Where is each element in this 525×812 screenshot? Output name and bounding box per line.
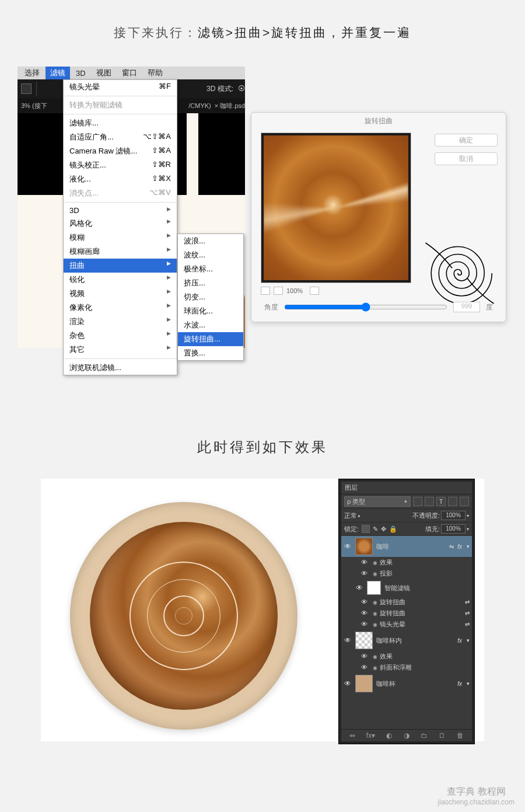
- sub-polar[interactable]: 极坐标...: [178, 262, 243, 276]
- layers-tab[interactable]: 图层: [341, 482, 472, 494]
- fx-badge[interactable]: fx: [457, 681, 462, 687]
- tool-swatch[interactable]: [21, 83, 32, 94]
- zoom-in-icon[interactable]: [274, 287, 283, 295]
- filter-smart-icon[interactable]: [460, 497, 469, 506]
- menu-distort[interactable]: 扭曲: [64, 259, 177, 273]
- doc-tab-2[interactable]: × 咖啡.psd: [215, 102, 245, 110]
- visibility-icon[interactable]: 👁: [344, 636, 352, 644]
- menu-window[interactable]: 窗口: [117, 67, 142, 79]
- menu-filter[interactable]: 滤镜: [46, 67, 70, 79]
- lock-all-icon[interactable]: 🔒: [389, 525, 397, 533]
- filter-options-icon[interactable]: ⇄: [465, 621, 470, 628]
- sub-shear[interactable]: 切变...: [178, 290, 243, 304]
- visibility-icon[interactable]: 👁: [361, 598, 369, 607]
- layer-smart-filters[interactable]: 👁 智能滤镜: [341, 579, 472, 597]
- filter-shape-icon[interactable]: [448, 497, 457, 506]
- menu-blur[interactable]: 模糊: [64, 231, 177, 245]
- lock-brush-icon[interactable]: ✎: [373, 525, 378, 533]
- opacity-value[interactable]: 100%: [441, 511, 466, 520]
- menu-filter-gallery[interactable]: 滤镜库...: [64, 116, 177, 130]
- visibility-icon[interactable]: 👁: [361, 621, 369, 629]
- menu-browse-online[interactable]: 浏览联机滤镜...: [64, 361, 177, 375]
- link-layers-icon[interactable]: ⇔: [349, 731, 355, 740]
- filter-options-icon[interactable]: ⇄: [465, 599, 470, 605]
- doc-tab-cmyk[interactable]: /CMYK): [188, 102, 211, 109]
- menu-stylize[interactable]: 风格化: [64, 217, 177, 231]
- sub-drop-shadow[interactable]: 👁投影: [341, 568, 472, 579]
- chevron-down-icon[interactable]: ▾: [467, 681, 470, 686]
- layer-thumb[interactable]: [355, 632, 373, 649]
- sub-pinch[interactable]: 挤压...: [178, 276, 243, 290]
- sub-twirl-1[interactable]: 👁旋转扭曲⇄: [341, 597, 472, 608]
- sub-ripple[interactable]: 波纹...: [178, 248, 243, 262]
- sub-zigzag[interactable]: 水波...: [178, 318, 243, 332]
- menu-liquify[interactable]: 液化...⇧⌘X: [64, 172, 177, 186]
- mode-3d-icon[interactable]: ⦿: [238, 85, 245, 93]
- fx-badge[interactable]: fx: [457, 543, 462, 550]
- angle-value[interactable]: 999: [453, 302, 480, 312]
- zoom-out-icon[interactable]: [261, 287, 270, 295]
- menu-last-filter[interactable]: 镜头光晕⌘F: [64, 80, 177, 94]
- sub-bevel[interactable]: 👁斜面和浮雕: [341, 662, 472, 673]
- sub-effects[interactable]: 👁效果: [341, 557, 472, 568]
- lock-trans-icon[interactable]: [362, 525, 370, 533]
- layer-thumb[interactable]: [355, 538, 373, 555]
- blend-mode-select[interactable]: 正常✦: [344, 511, 385, 520]
- sub-lens-flare[interactable]: 👁镜头光晕⇄: [341, 619, 472, 630]
- visibility-icon[interactable]: 👁: [344, 679, 352, 688]
- angle-slider[interactable]: [284, 302, 447, 312]
- folder-icon[interactable]: 🗀: [421, 731, 428, 740]
- sub-spherize[interactable]: 球面化...: [178, 304, 243, 318]
- cancel-button[interactable]: 取消: [435, 152, 498, 165]
- visibility-icon[interactable]: 👁: [355, 584, 363, 592]
- layer-thumb[interactable]: [355, 675, 373, 692]
- trash-icon[interactable]: 🗑: [457, 731, 464, 740]
- sub-effects-2[interactable]: 👁效果: [341, 651, 472, 662]
- menu-3d-group[interactable]: 3D: [64, 204, 177, 217]
- menu-pixelate[interactable]: 像素化: [64, 301, 177, 315]
- filter-pixel-icon[interactable]: [413, 497, 422, 506]
- menu-select[interactable]: 选择: [20, 67, 44, 79]
- zoom-fit-icon[interactable]: [310, 287, 319, 295]
- fx-icon[interactable]: fx▾: [366, 731, 375, 740]
- sub-displace[interactable]: 置换...: [178, 346, 243, 360]
- doc-tab-1[interactable]: 3% (接下: [21, 102, 47, 110]
- chevron-down-icon[interactable]: ▾: [467, 543, 470, 549]
- menu-video[interactable]: 视频: [64, 287, 177, 301]
- menu-view[interactable]: 视图: [92, 67, 116, 79]
- menu-adaptive-wide[interactable]: 自适应广角...⌥⇧⌘A: [64, 130, 177, 144]
- menu-render[interactable]: 渲染: [64, 315, 177, 329]
- visibility-icon[interactable]: 👁: [361, 653, 369, 661]
- sub-twirl-2[interactable]: 👁旋转扭曲⇄: [341, 608, 472, 619]
- visibility-icon[interactable]: 👁: [361, 570, 369, 578]
- menu-lens-correction[interactable]: 镜头校正...⇧⌘R: [64, 158, 177, 172]
- mask-thumb[interactable]: [367, 581, 381, 595]
- menu-noise[interactable]: 杂色: [64, 329, 177, 343]
- link-icon[interactable]: ⇆: [449, 543, 454, 550]
- fill-value[interactable]: 100%: [441, 524, 466, 534]
- menu-help[interactable]: 帮助: [143, 67, 167, 79]
- new-layer-icon[interactable]: 🗋: [439, 731, 446, 740]
- menu-3d[interactable]: 3D: [71, 68, 90, 79]
- menu-camera-raw[interactable]: Camera Raw 滤镜...⇧⌘A: [64, 144, 177, 158]
- visibility-icon[interactable]: 👁: [344, 542, 352, 550]
- layer-cup-inside[interactable]: 👁 咖啡杯内 fx ▾: [341, 630, 472, 651]
- sub-wave[interactable]: 波浪...: [178, 234, 243, 248]
- mask-icon[interactable]: ◐: [386, 731, 392, 740]
- chevron-down-icon[interactable]: ▾: [467, 637, 470, 643]
- fill-chevron-icon[interactable]: ▾: [467, 527, 469, 532]
- sub-twirl[interactable]: 旋转扭曲...: [178, 332, 243, 346]
- menu-other[interactable]: 其它: [64, 343, 177, 357]
- fx-badge[interactable]: fx: [457, 637, 462, 644]
- filter-options-icon[interactable]: ⇄: [465, 610, 470, 616]
- ok-button[interactable]: 确定: [435, 134, 498, 147]
- layer-kind-select[interactable]: ρ 类型✦: [344, 496, 411, 507]
- layer-cup[interactable]: 👁 咖啡杯 fx ▾: [341, 673, 472, 694]
- adjustment-icon[interactable]: ◑: [404, 731, 410, 740]
- visibility-icon[interactable]: 👁: [361, 559, 369, 567]
- menu-sharpen[interactable]: 锐化: [64, 273, 177, 287]
- visibility-icon[interactable]: 👁: [361, 664, 369, 672]
- filter-type-icon[interactable]: T: [436, 497, 446, 506]
- filter-adjust-icon[interactable]: [425, 497, 434, 506]
- opacity-chevron-icon[interactable]: ▾: [467, 513, 469, 518]
